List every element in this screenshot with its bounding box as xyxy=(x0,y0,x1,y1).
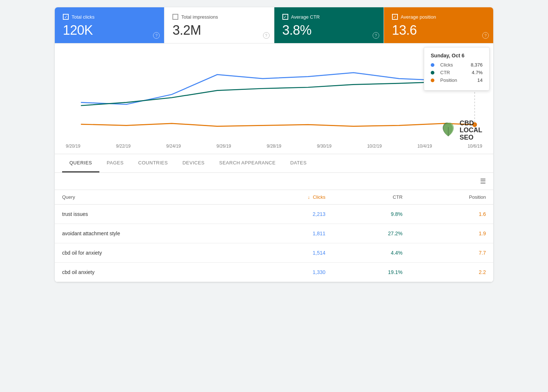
x-label-6: 10/2/19 xyxy=(367,144,382,149)
x-label-5: 9/30/19 xyxy=(317,144,331,149)
checkbox-ctr[interactable] xyxy=(282,14,288,20)
question-icon-ctr[interactable]: ? xyxy=(373,32,379,39)
x-label-0: 9/20/19 xyxy=(66,144,80,149)
tooltip-row-ctr: CTR 4.7% xyxy=(431,70,483,75)
checkbox-impressions[interactable] xyxy=(172,14,178,20)
col-header-clicks[interactable]: ↓ Clicks xyxy=(247,190,333,205)
cell-clicks-1: 1,811 xyxy=(247,224,333,243)
cell-position-0: 1.6 xyxy=(410,205,493,224)
data-table: Query ↓ Clicks CTR Position trust issues… xyxy=(55,190,493,282)
metric-value-clicks: 120K xyxy=(63,23,156,38)
cell-ctr-3: 19.1% xyxy=(333,263,410,282)
col-header-position: Position xyxy=(410,190,493,205)
tooltip-label-clicks: Clicks xyxy=(440,62,465,68)
tab-pages[interactable]: PAGES xyxy=(99,154,131,172)
metric-total-impressions[interactable]: Total impressions 3.2M ? xyxy=(164,7,274,43)
cell-query-0: trust issues xyxy=(55,205,247,224)
cell-clicks-0: 2,213 xyxy=(247,205,333,224)
question-icon-position[interactable]: ? xyxy=(482,32,489,39)
metric-label-ctr: Average CTR xyxy=(282,14,376,20)
tooltip-val-ctr: 4.7% xyxy=(472,70,483,75)
tooltip-dot-ctr xyxy=(431,71,434,75)
cell-clicks-3: 1,330 xyxy=(247,263,333,282)
tabs-row: QUERIES PAGES COUNTRIES DEVICES SEARCH A… xyxy=(55,154,493,173)
col-header-ctr: CTR xyxy=(333,190,410,205)
tab-countries[interactable]: COUNTRIES xyxy=(131,154,175,172)
cell-query-1: avoidant attachment style xyxy=(55,224,247,243)
clicks-line xyxy=(81,69,475,104)
tooltip-label-ctr: CTR xyxy=(440,70,466,75)
x-label-3: 9/26/19 xyxy=(216,144,231,149)
dashboard: Total clicks 120K ? Total impressions 3.… xyxy=(55,7,493,282)
question-icon-impressions[interactable]: ? xyxy=(263,32,270,39)
cell-ctr-1: 27.2% xyxy=(333,224,410,243)
chart-tooltip: Sunday, Oct 6 Clicks 8,376 CTR 4.7% Posi… xyxy=(424,47,490,91)
watermark-line2: LOCAL xyxy=(460,127,482,134)
cell-position-3: 2.2 xyxy=(410,263,493,282)
x-label-7: 10/4/19 xyxy=(417,144,432,149)
table-row: cbd oil for anxiety 1,514 4.4% 7.7 xyxy=(55,243,493,263)
tooltip-dot-clicks xyxy=(431,63,434,67)
metric-label-clicks: Total clicks xyxy=(63,14,156,20)
x-label-2: 9/24/19 xyxy=(166,144,181,149)
position-line xyxy=(81,123,475,126)
table-body: trust issues 2,213 9.8% 1.6 avoidant att… xyxy=(55,205,493,282)
table-controls: ☰ xyxy=(55,173,493,190)
watermark-line1: CBD xyxy=(460,120,482,127)
table-row: avoidant attachment style 1,811 27.2% 1.… xyxy=(55,224,493,243)
metric-value-ctr: 3.8% xyxy=(282,23,376,38)
tooltip-row-clicks: Clicks 8,376 xyxy=(431,62,483,68)
tooltip-val-position: 14 xyxy=(477,77,483,83)
tooltip-label-position: Position xyxy=(440,77,472,83)
cell-position-1: 1.9 xyxy=(410,224,493,243)
filter-icon[interactable]: ☰ xyxy=(480,177,486,185)
chart-container xyxy=(66,51,482,142)
metric-total-clicks[interactable]: Total clicks 120K ? xyxy=(55,7,164,43)
tabs-section: QUERIES PAGES COUNTRIES DEVICES SEARCH A… xyxy=(55,154,493,282)
table-header-row: Query ↓ Clicks CTR Position xyxy=(55,190,493,205)
tooltip-row-position: Position 14 xyxy=(431,77,483,83)
metric-label-impressions: Total impressions xyxy=(172,14,266,20)
watermark-leaf-icon xyxy=(439,120,457,141)
tab-dates[interactable]: DATES xyxy=(283,154,314,172)
metric-value-position: 13.6 xyxy=(392,23,485,38)
table-row: trust issues 2,213 9.8% 1.6 xyxy=(55,205,493,224)
tooltip-val-clicks: 8,376 xyxy=(471,62,483,68)
chart-svg xyxy=(66,51,482,142)
cell-ctr-0: 9.8% xyxy=(333,205,410,224)
checkbox-clicks[interactable] xyxy=(63,14,69,20)
tab-queries[interactable]: QUERIES xyxy=(62,154,99,172)
chart-area: 9/20/19 9/22/19 9/24/19 9/26/19 9/28/19 … xyxy=(55,43,493,152)
x-label-1: 9/22/19 xyxy=(116,144,130,149)
cell-clicks-2: 1,514 xyxy=(247,243,333,263)
metric-average-ctr[interactable]: Average CTR 3.8% ? xyxy=(274,7,384,43)
watermark-line3: SEO xyxy=(460,134,482,141)
metric-label-position: Average position xyxy=(392,14,485,20)
x-labels: 9/20/19 9/22/19 9/24/19 9/26/19 9/28/19 … xyxy=(66,142,482,149)
tab-search-appearance[interactable]: SEARCH APPEARANCE xyxy=(212,154,283,172)
x-label-8: 10/6/19 xyxy=(468,144,482,149)
metric-average-position[interactable]: Average position 13.6 ? xyxy=(384,7,493,43)
col-header-query: Query xyxy=(55,190,247,205)
watermark: CBD LOCAL SEO xyxy=(439,120,482,141)
table-row: cbd oil anxiety 1,330 19.1% 2.2 xyxy=(55,263,493,282)
sort-arrow-icon: ↓ xyxy=(308,194,310,200)
metrics-row: Total clicks 120K ? Total impressions 3.… xyxy=(55,7,493,43)
watermark-text: CBD LOCAL SEO xyxy=(460,120,482,141)
tooltip-date: Sunday, Oct 6 xyxy=(431,53,483,58)
tooltip-dot-position xyxy=(431,79,434,82)
x-label-4: 9/28/19 xyxy=(267,144,281,149)
checkbox-position[interactable] xyxy=(392,14,398,20)
question-icon-clicks[interactable]: ? xyxy=(153,32,160,39)
cell-query-3: cbd oil anxiety xyxy=(55,263,247,282)
cell-position-2: 7.7 xyxy=(410,243,493,263)
metric-value-impressions: 3.2M xyxy=(172,23,266,38)
cell-query-2: cbd oil for anxiety xyxy=(55,243,247,263)
tab-devices[interactable]: DEVICES xyxy=(175,154,212,172)
cell-ctr-2: 4.4% xyxy=(333,243,410,263)
